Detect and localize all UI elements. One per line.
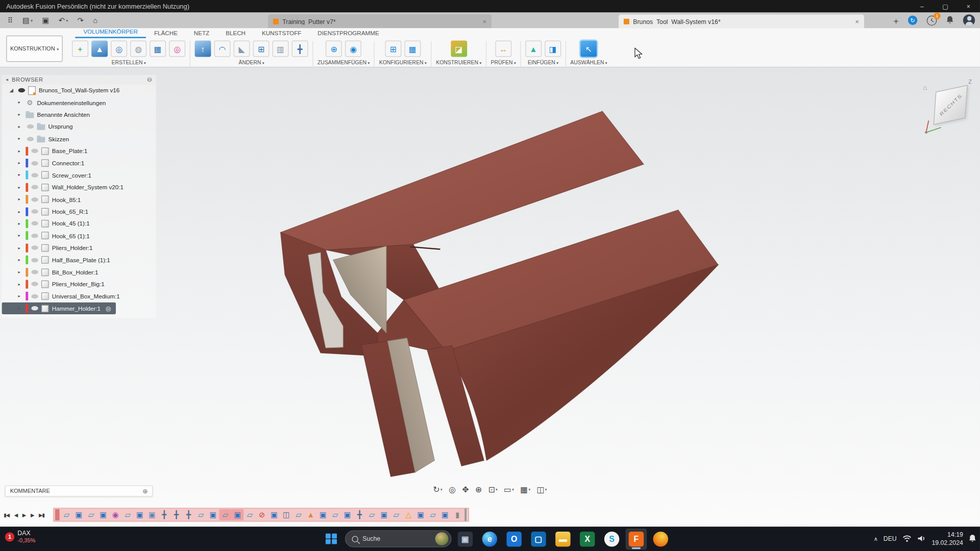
expand-arrow-icon[interactable]: ▸ xyxy=(18,294,26,299)
taskbar-app-explorer[interactable]: ▬ xyxy=(552,528,574,549)
widgets-button[interactable]: 1 DAX -0,35% xyxy=(5,530,36,544)
browser-folder-item[interactable]: ▸⚙Dokumenteneinstellungen xyxy=(2,96,111,109)
expand-arrow-icon[interactable]: ▸ xyxy=(18,269,26,274)
browser-component-item[interactable]: ▸Screw_cover:1 xyxy=(2,169,96,182)
grid-settings-icon[interactable]: ▦▾ xyxy=(520,485,530,494)
sync-status-icon[interactable]: ↻ xyxy=(908,16,917,25)
ribbon-group-label[interactable]: ÄNDERN▾ xyxy=(238,59,264,65)
browser-folder-item[interactable]: ▸Benannte Ansichten xyxy=(2,109,95,121)
ribbon-group-label[interactable]: KONSTRUIEREN▾ xyxy=(436,59,481,65)
taskbar-app-edge[interactable]: e xyxy=(479,528,501,549)
ribbon-group-label[interactable]: KONFIGURIEREN▾ xyxy=(379,59,427,65)
timeline-feature-icon[interactable]: ▱ xyxy=(390,509,402,520)
viewcube[interactable]: ⌂ Z RECHTS xyxy=(923,79,978,136)
browser-component-item[interactable]: ▸Wall_Holder_System v20:1 xyxy=(2,181,129,193)
construction-dropdown[interactable]: KONSTRUKTION▾ xyxy=(6,36,62,62)
browser-component-item[interactable]: ▸Connector:1 xyxy=(2,157,89,169)
timeline-feature-icon[interactable]: ▣ xyxy=(231,509,243,520)
expand-arrow-icon[interactable]: ▸ xyxy=(18,136,26,141)
config-table-icon[interactable]: ▦ xyxy=(404,41,421,57)
browser-component-item[interactable]: ▸Hook_65_R:1 xyxy=(2,206,93,218)
visibility-eye-icon[interactable] xyxy=(27,124,34,129)
select-icon[interactable]: ↖ xyxy=(581,41,597,57)
visibility-eye-icon[interactable] xyxy=(31,161,38,165)
visibility-eye-icon[interactable] xyxy=(31,270,38,274)
browser-component-item[interactable]: ▸Bit_Box_Holder:1 xyxy=(2,266,104,278)
close-button[interactable]: × xyxy=(957,0,980,12)
expand-arrow-icon[interactable]: ▸ xyxy=(18,209,26,214)
expand-arrow-icon[interactable]: ▸ xyxy=(18,245,26,251)
assemble-component-icon[interactable]: ⊕ xyxy=(326,41,342,57)
taskbar-app-skype[interactable]: S xyxy=(601,528,623,549)
timeline-feature-icon[interactable]: ▱ xyxy=(85,509,97,520)
combine-icon[interactable]: ⊞ xyxy=(253,41,270,57)
pattern-icon[interactable]: ▦ xyxy=(150,41,166,57)
extrude-icon[interactable]: ▲ xyxy=(91,41,108,57)
expand-arrow-icon[interactable]: ▸ xyxy=(18,112,26,117)
save-icon[interactable]: ▣ xyxy=(42,16,49,24)
browser-component-item[interactable]: ▸Hook_85:1 xyxy=(2,193,86,206)
coil-icon[interactable]: ◎ xyxy=(169,41,185,57)
ribbon-tab-dienstprogramme[interactable]: DIENSTPROGRAMME xyxy=(309,30,387,38)
minimize-browser-icon[interactable]: ⊖ xyxy=(147,76,152,83)
browser-component-item[interactable]: ▸Base_Plate:1 xyxy=(2,145,92,157)
play-icon[interactable]: ▶ xyxy=(22,512,26,517)
browser-component-item[interactable]: ▸Pliers_Holder:1 xyxy=(2,242,98,254)
browser-folder-item[interactable]: ▸Ursprung xyxy=(2,121,78,133)
visibility-eye-icon[interactable] xyxy=(31,173,38,178)
new-tab-button[interactable]: + xyxy=(893,15,898,26)
step-forward-icon[interactable]: ▶ xyxy=(31,512,34,517)
ribbon-group-label[interactable]: ERSTELLEN▾ xyxy=(112,59,146,65)
collapse-browser-icon[interactable]: ◂ xyxy=(6,77,8,83)
expand-arrow-icon[interactable]: ▸ xyxy=(18,306,26,311)
timeline-feature-icon[interactable]: ▱ xyxy=(219,509,231,520)
timeline-feature-icon[interactable]: ▣ xyxy=(146,509,158,520)
browser-component-item[interactable]: ▸Hammer_Holder:1◎ xyxy=(2,303,116,315)
timeline-feature-icon[interactable]: ▣ xyxy=(207,509,219,520)
timeline-feature-icon[interactable]: ▱ xyxy=(195,509,207,520)
expand-arrow-icon[interactable]: ▸ xyxy=(18,161,26,166)
measure-icon[interactable]: ↔ xyxy=(495,41,511,57)
visibility-eye-icon[interactable] xyxy=(31,294,38,299)
close-tab-icon[interactable]: × xyxy=(855,17,859,25)
fillet-icon[interactable]: ◠ xyxy=(214,41,231,57)
expand-arrow-icon[interactable]: ▸ xyxy=(18,148,26,154)
chamfer-icon[interactable]: ◣ xyxy=(234,41,250,57)
expand-arrow-icon[interactable]: ▸ xyxy=(18,100,26,105)
zoom-icon[interactable]: ⊕ xyxy=(475,485,482,494)
press-pull-icon[interactable]: ↑ xyxy=(195,41,211,57)
torus-icon[interactable]: ◍ xyxy=(130,41,146,57)
ribbon-group-label[interactable]: PRÜFEN▾ xyxy=(491,59,516,65)
timeline-feature-icon[interactable]: ▣ xyxy=(317,509,329,520)
visibility-eye-icon[interactable] xyxy=(31,149,38,154)
notifications-bell-icon[interactable] xyxy=(946,15,954,26)
timeline-feature-icon[interactable]: ▮ xyxy=(451,509,463,520)
fit-icon[interactable]: ⊡▾ xyxy=(488,485,497,494)
ribbon-group-label[interactable]: EINFÜGEN▾ xyxy=(528,59,558,65)
timeline-feature-icon[interactable]: ▣ xyxy=(414,509,427,520)
timeline-feature-icon[interactable]: ◉ xyxy=(109,509,121,520)
clock[interactable]: 14:19 19.02.2024 xyxy=(932,531,963,547)
timeline-feature-icon[interactable]: ▣ xyxy=(341,509,354,520)
viewcube-home-icon[interactable]: ⌂ xyxy=(923,84,927,91)
expand-arrow-icon[interactable]: ▸ xyxy=(18,221,26,226)
expand-arrow-icon[interactable]: ▸ xyxy=(18,258,26,263)
browser-component-item[interactable]: ▸Half_Base_Plate (1):1 xyxy=(2,254,115,266)
visibility-eye-icon[interactable] xyxy=(31,282,38,287)
expand-arrow-icon[interactable]: ▸ xyxy=(18,233,26,238)
timeline-feature-icon[interactable]: ◫ xyxy=(280,509,292,520)
move-icon[interactable]: ╋ xyxy=(292,41,308,57)
notification-bell-icon[interactable] xyxy=(969,533,976,544)
viewports-icon[interactable]: ◫▾ xyxy=(537,485,547,494)
visibility-eye-icon[interactable] xyxy=(31,246,38,251)
taskbar-app-excel[interactable]: X xyxy=(577,528,598,549)
visibility-eye-icon[interactable] xyxy=(31,221,38,226)
timeline-feature-icon[interactable]: ╋ xyxy=(158,509,170,520)
timeline-feature-icon[interactable]: ▣ xyxy=(72,509,85,520)
timeline-feature-icon[interactable]: ▣ xyxy=(97,509,109,520)
document-tab[interactable]: Training_Putter v7*× xyxy=(268,14,492,28)
profile-avatar[interactable] xyxy=(963,14,975,26)
timeline-feature-icon[interactable]: ▱ xyxy=(243,509,256,520)
ribbon-tab-netz[interactable]: NETZ xyxy=(186,30,217,38)
timeline-position-marker[interactable] xyxy=(464,509,467,521)
